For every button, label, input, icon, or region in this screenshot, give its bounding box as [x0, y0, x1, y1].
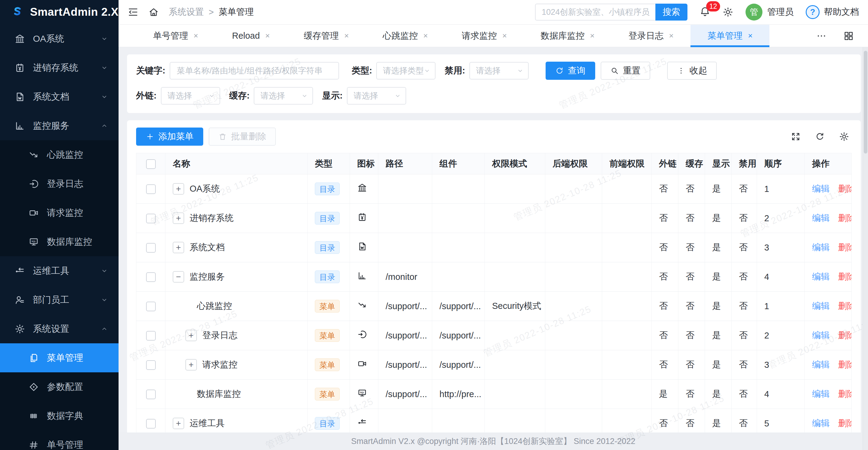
sidebar-item-system-settings[interactable]: 系统设置 [0, 314, 119, 343]
row-checkbox[interactable] [146, 243, 156, 253]
delete-link[interactable]: 删除 [838, 213, 852, 223]
sidebar-item-ops-tools[interactable]: 运维工具 [0, 256, 119, 285]
select-all-checkbox[interactable] [146, 159, 156, 169]
sidebar-item-db-monitor[interactable]: SQL数据库监控 [0, 227, 119, 256]
sidebar-item-serial-manage[interactable]: 单号管理 [0, 430, 119, 450]
help-docs[interactable]: ? 帮助文档 [806, 5, 859, 19]
search-button[interactable]: 搜索 [655, 4, 687, 21]
edit-link[interactable]: 编辑 [812, 301, 830, 311]
sidebar-item-label: 部门员工 [33, 294, 69, 306]
user-menu[interactable]: 管 管理员 [745, 4, 794, 21]
tab-database[interactable]: 数据库监控× [524, 25, 612, 47]
column-settings-gear-icon[interactable] [839, 131, 849, 142]
edit-link[interactable]: 编辑 [812, 389, 830, 398]
disabled-select[interactable]: 请选择 [469, 62, 529, 79]
row-checkbox[interactable] [146, 331, 156, 341]
row-checkbox[interactable] [146, 301, 156, 311]
row-expand-toggle[interactable]: + [185, 359, 197, 371]
row-checkbox[interactable] [146, 360, 156, 370]
tab-close-icon[interactable]: × [502, 31, 507, 40]
edit-link[interactable]: 编辑 [812, 243, 830, 252]
sidebar-item-heartbeat-monitor[interactable]: 心跳监控 [0, 140, 119, 169]
tab-menu-manage[interactable]: 菜单管理× [690, 25, 769, 47]
tab-close-icon[interactable]: × [748, 31, 752, 40]
delete-link[interactable]: 删除 [838, 389, 852, 398]
delete-link[interactable]: 删除 [838, 184, 852, 193]
row-checkbox[interactable] [146, 272, 156, 282]
sidebar-item-oa-system[interactable]: OA系统 [0, 24, 119, 53]
row-checkbox[interactable] [146, 390, 156, 399]
row-expand-toggle[interactable]: + [185, 330, 197, 341]
sidebar-item-system-docs[interactable]: 系统文档 [0, 82, 119, 111]
sidebar-item-request-monitor[interactable]: 请求监控 [0, 198, 119, 227]
copyright-text: SmartAdmin V2.x @copyright 河南·洛阳【1024创新实… [351, 436, 636, 447]
scrollbar[interactable] [863, 47, 868, 450]
delete-link[interactable]: 删除 [838, 272, 852, 281]
row-expand-toggle[interactable]: + [173, 242, 184, 253]
more-tabs-icon[interactable] [816, 31, 827, 41]
reset-button[interactable]: 重置 [601, 62, 650, 80]
row-expand-toggle[interactable]: + [173, 183, 184, 195]
home-icon[interactable] [148, 7, 159, 18]
edit-link[interactable]: 编辑 [812, 213, 830, 223]
row-checkbox[interactable] [146, 419, 156, 428]
edit-link[interactable]: 编辑 [812, 184, 830, 193]
tab-close-icon[interactable]: × [669, 31, 674, 40]
tab-close-icon[interactable]: × [423, 31, 428, 40]
edit-link[interactable]: 编辑 [812, 330, 830, 340]
tab-close-icon[interactable]: × [344, 31, 349, 40]
collapse-button[interactable]: 收起 [667, 62, 717, 80]
type-select[interactable]: 请选择类型 [376, 62, 435, 79]
row-expand-toggle[interactable]: + [173, 213, 184, 224]
fullscreen-icon[interactable] [790, 131, 801, 142]
external-select[interactable]: 请选择 [161, 87, 220, 104]
tab-close-icon[interactable]: × [193, 31, 198, 40]
tab-label: 菜单管理 [707, 30, 743, 42]
tab-heartbeat[interactable]: 心跳监控× [366, 25, 444, 47]
search-input[interactable] [535, 4, 655, 21]
sidebar-item-menu-manage[interactable]: 菜单管理 [0, 343, 119, 372]
menu-fold-icon[interactable] [128, 7, 138, 18]
row-checkbox[interactable] [146, 184, 156, 194]
tab-grid-icon[interactable] [843, 31, 854, 41]
edit-link[interactable]: 编辑 [812, 418, 830, 428]
tab-cache[interactable]: 缓存管理× [287, 25, 366, 47]
query-button[interactable]: 查询 [546, 62, 595, 80]
edit-link[interactable]: 编辑 [812, 272, 830, 281]
delete-link[interactable]: 删除 [838, 360, 852, 369]
sidebar-item-param-config[interactable]: 参数配置 [0, 372, 119, 401]
sidebar-item-login-log[interactable]: 登录日志 [0, 169, 119, 198]
avatar[interactable]: 管 [745, 4, 763, 21]
delete-link[interactable]: 删除 [838, 330, 852, 340]
tab-label: 心跳监控 [382, 30, 418, 42]
cache-select[interactable]: 请选择 [254, 87, 313, 104]
backend-perm-cell [545, 262, 602, 292]
edit-link[interactable]: 编辑 [812, 360, 830, 369]
tab-serial[interactable]: 单号管理× [136, 25, 215, 47]
sidebar-item-data-dict[interactable]: 数据字典 [0, 401, 119, 430]
row-expand-toggle[interactable]: + [173, 418, 184, 429]
delete-link[interactable]: 删除 [838, 418, 852, 428]
tab-login-log[interactable]: 登录日志× [612, 25, 690, 47]
sidebar-item-monitor-service[interactable]: 监控服务 [0, 111, 119, 140]
scrollbar-thumb[interactable] [864, 51, 867, 154]
tab-reload[interactable]: Reload× [215, 25, 287, 47]
delete-link[interactable]: 删除 [838, 301, 852, 311]
show-select[interactable]: 请选择 [347, 87, 406, 104]
tab-close-icon[interactable]: × [590, 31, 595, 40]
batch-delete-button[interactable]: 批量删除 [209, 128, 276, 146]
reload-icon[interactable] [815, 131, 825, 142]
tab-close-icon[interactable]: × [265, 31, 270, 40]
tabbar: 单号管理×Reload×缓存管理×心跳监控×请求监控×数据库监控×登录日志×菜单… [119, 24, 868, 47]
delete-link[interactable]: 删除 [838, 243, 852, 252]
sidebar-item-dept-staff[interactable]: 部门员工 [0, 285, 119, 314]
sidebar-item-jxc-system[interactable]: 进销存系统 [0, 53, 119, 82]
keyword-input[interactable] [170, 62, 339, 79]
row-expand-toggle[interactable]: − [173, 271, 184, 283]
add-menu-button[interactable]: 添加菜单 [136, 128, 203, 146]
notifications[interactable]: 12 [700, 6, 710, 18]
row-checkbox[interactable] [146, 214, 156, 223]
settings-gear-icon[interactable] [722, 7, 734, 18]
tab-request[interactable]: 请求监控× [445, 25, 524, 47]
breadcrumb-parent[interactable]: 系统设置 [169, 6, 204, 18]
